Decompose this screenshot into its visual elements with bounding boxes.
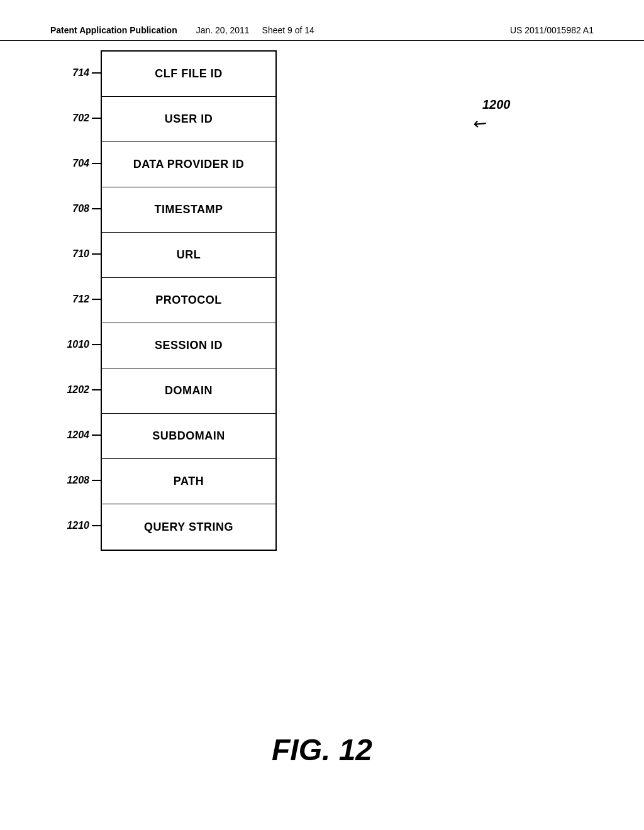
row-id-text: 714 [72, 67, 89, 79]
row-id-text: 704 [72, 158, 89, 169]
row-label: 1202 [38, 367, 101, 412]
row-label: 714 [38, 50, 101, 96]
row-dash [92, 299, 101, 300]
row-id-text: 1010 [67, 339, 89, 350]
header-sheet: Sheet 9 of 14 [262, 25, 314, 35]
row-dash [92, 163, 101, 164]
row-label: 708 [38, 186, 101, 231]
table-cell: SESSION ID [102, 323, 275, 368]
row-label: 704 [38, 141, 101, 186]
header-date: Jan. 20, 2011 [196, 25, 250, 35]
row-dash [92, 525, 101, 526]
row-id-text: 1210 [67, 520, 89, 531]
row-dash [92, 118, 101, 119]
row-id-text: 710 [72, 248, 89, 260]
page-header: Patent Application Publication Jan. 20, … [0, 25, 644, 41]
table-cell: DATA PROVIDER ID [102, 142, 275, 187]
figure-caption: FIG. 12 [272, 733, 372, 767]
row-label: 1210 [38, 503, 101, 548]
labels-container: 71470270470871071210101202120412081210 [38, 50, 101, 548]
row-label: 702 [38, 96, 101, 141]
table-cell: USER ID [102, 97, 275, 142]
patent-label: Patent Application Publication [50, 25, 177, 35]
figure-ref-label: 1200 [482, 97, 511, 112]
row-id-text: 1204 [67, 429, 89, 441]
row-label: 712 [38, 277, 101, 322]
row-label: 710 [38, 231, 101, 277]
table-cell: QUERY STRING [102, 504, 275, 550]
table-cells: CLF FILE IDUSER IDDATA PROVIDER IDTIMEST… [102, 52, 275, 550]
table-cell: PATH [102, 459, 275, 504]
row-dash [92, 72, 101, 74]
row-id-text: 1208 [67, 475, 89, 486]
diagram-table: CLF FILE IDUSER IDDATA PROVIDER IDTIMEST… [38, 50, 352, 551]
table-cell: CLF FILE ID [102, 52, 275, 97]
header-patent-number: US 2011/0015982 A1 [510, 25, 594, 35]
row-dash [92, 208, 101, 209]
table-cell: TIMESTAMP [102, 187, 275, 233]
table-cell: DOMAIN [102, 368, 275, 414]
row-dash [92, 389, 101, 390]
table-cell: SUBDOMAIN [102, 414, 275, 459]
row-id-text: 712 [72, 294, 89, 305]
row-label: 1010 [38, 322, 101, 367]
row-id-text: 708 [72, 203, 89, 214]
row-dash [92, 434, 101, 436]
row-dash [92, 253, 101, 255]
table-cell: PROTOCOL [102, 278, 275, 323]
row-dash [92, 344, 101, 345]
figure-ref-container: 1200 ↙ [471, 97, 521, 141]
table-cell: URL [102, 233, 275, 278]
row-id-text: 702 [72, 113, 89, 124]
row-label: 1208 [38, 458, 101, 503]
table-box: CLF FILE IDUSER IDDATA PROVIDER IDTIMEST… [101, 50, 277, 551]
row-dash [92, 480, 101, 481]
row-id-text: 1202 [67, 384, 89, 396]
row-label: 1204 [38, 412, 101, 458]
arrow-icon: ↙ [469, 112, 492, 136]
